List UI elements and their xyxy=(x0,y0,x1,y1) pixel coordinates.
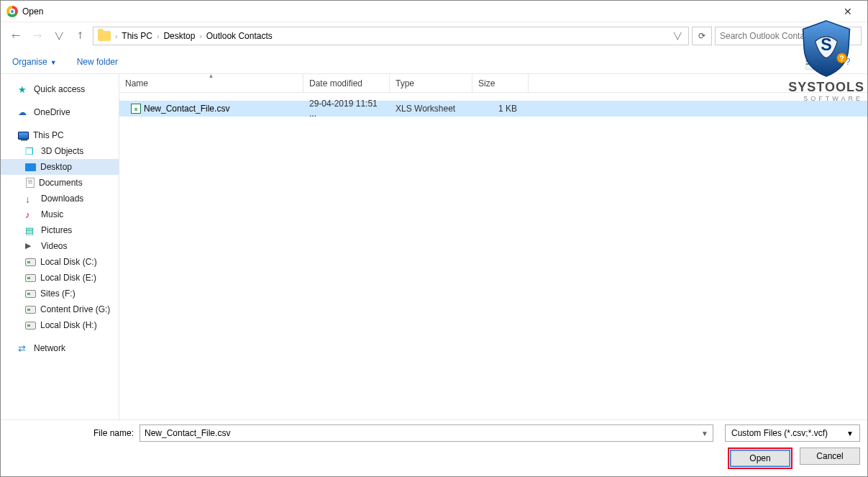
file-name-cell: xNew_Contact_File.csv xyxy=(125,104,303,114)
titlebar: Open ✕ xyxy=(1,1,867,22)
crumb-folder[interactable]: Outlook Contacts xyxy=(206,31,273,41)
music-icon: ♪ xyxy=(25,209,37,219)
documents-icon xyxy=(26,178,35,188)
view-details-button[interactable]: ▼ xyxy=(805,54,821,70)
file-list: ▲Name Date modified Type Size xNew_Conta… xyxy=(119,74,867,445)
file-row[interactable]: xNew_Contact_File.csv 29-04-2019 11:51 .… xyxy=(119,101,867,117)
nav-3dobjects[interactable]: ❒3D Objects xyxy=(1,143,119,159)
open-button[interactable]: Open xyxy=(730,450,790,467)
nav-desktop[interactable]: Desktop xyxy=(1,159,119,175)
close-button[interactable]: ✕ xyxy=(831,1,864,22)
folder-icon xyxy=(98,31,111,41)
disk-icon xyxy=(25,258,36,266)
disk-icon xyxy=(25,322,36,330)
nav-pictures[interactable]: ▤Pictures xyxy=(1,222,119,238)
chevron-down-icon[interactable]: ▼ xyxy=(846,430,854,437)
nav-pane: ★Quick access ☁OneDrive This PC ❒3D Obje… xyxy=(1,74,119,445)
chrome-icon xyxy=(6,6,18,17)
search-input[interactable] xyxy=(720,31,856,41)
open-highlight: Open xyxy=(728,448,792,469)
sort-asc-icon: ▲ xyxy=(209,73,214,79)
up-button[interactable]: 🡑 xyxy=(71,27,90,45)
col-name[interactable]: ▲Name xyxy=(119,74,303,92)
view-buttons: ▼ ? xyxy=(805,54,856,70)
address-dropdown[interactable]: ╲╱ xyxy=(671,32,684,40)
address-bar[interactable]: › This PC › Desktop › Outlook Contacts ╲… xyxy=(93,27,689,45)
col-date[interactable]: Date modified xyxy=(303,74,390,92)
nav-documents[interactable]: Documents xyxy=(1,175,119,191)
help-button[interactable]: ? xyxy=(840,54,856,70)
forward-button[interactable]: 🡒 xyxy=(28,27,47,45)
nav-contentg[interactable]: Content Drive (G:) xyxy=(1,301,119,317)
network-icon: ⇄ xyxy=(18,343,29,353)
svg-rect-1 xyxy=(806,60,810,62)
file-size-cell: 1 KB xyxy=(472,104,523,114)
recent-dropdown[interactable]: ╲╱ xyxy=(50,27,68,45)
file-type-cell: XLS Worksheet xyxy=(390,104,472,114)
nav-row: 🡐 🡒 ╲╱ 🡑 › This PC › Desktop › Outlook C… xyxy=(1,22,867,50)
body: ★Quick access ☁OneDrive This PC ❒3D Obje… xyxy=(1,74,867,445)
cancel-button[interactable]: Cancel xyxy=(800,448,860,465)
cube-icon: ❒ xyxy=(25,146,37,156)
cloud-icon: ☁ xyxy=(18,107,29,117)
bottom-panel: File name: ▼ Custom Files (*.csv;*.vcf) … xyxy=(1,419,867,476)
col-size[interactable]: Size xyxy=(472,74,529,92)
svg-rect-4 xyxy=(812,60,814,62)
column-headers: ▲Name Date modified Type Size xyxy=(119,74,867,93)
organise-menu[interactable]: Organise▼ xyxy=(12,57,57,67)
chevron-right-icon[interactable]: › xyxy=(115,32,117,40)
svg-rect-3 xyxy=(812,58,814,59)
nav-quick-access[interactable]: ★Quick access xyxy=(1,81,119,97)
filename-input[interactable] xyxy=(145,428,701,438)
preview-pane-button[interactable] xyxy=(823,54,839,70)
svg-rect-7 xyxy=(831,58,836,66)
refresh-button[interactable]: ⟳ xyxy=(692,27,712,45)
nav-diskh[interactable]: Local Disk (H:) xyxy=(1,317,119,333)
svg-rect-2 xyxy=(806,63,810,65)
desktop-icon xyxy=(25,163,36,171)
videos-icon: ▶ xyxy=(25,241,37,251)
crumb-thispc[interactable]: This PC xyxy=(122,31,152,41)
svg-rect-5 xyxy=(812,63,814,65)
search-box[interactable] xyxy=(715,27,862,45)
disk-icon xyxy=(25,290,36,298)
filetype-filter[interactable]: Custom Files (*.csv;*.vcf) ▼ xyxy=(725,424,860,442)
new-folder-button[interactable]: New folder xyxy=(77,57,118,67)
nav-videos[interactable]: ▶Videos xyxy=(1,238,119,254)
crumb-desktop[interactable]: Desktop xyxy=(163,31,195,41)
disk-icon xyxy=(25,274,36,282)
nav-diskc[interactable]: Local Disk (C:) xyxy=(1,254,119,270)
nav-music[interactable]: ♪Music xyxy=(1,206,119,222)
download-icon: ↓ xyxy=(25,194,37,204)
file-date-cell: 29-04-2019 11:51 ... xyxy=(303,99,390,119)
disk-icon xyxy=(25,306,36,314)
chevron-down-icon[interactable]: ▼ xyxy=(701,430,708,437)
filename-combobox[interactable]: ▼ xyxy=(140,424,713,442)
chevron-right-icon[interactable]: › xyxy=(199,32,201,40)
nav-network[interactable]: ⇄Network xyxy=(1,340,119,356)
window-title: Open xyxy=(22,6,43,17)
back-button[interactable]: 🡐 xyxy=(6,27,25,45)
nav-downloads[interactable]: ↓Downloads xyxy=(1,191,119,206)
pictures-icon: ▤ xyxy=(25,225,37,235)
toolbar: Organise▼ New folder ▼ ? xyxy=(1,50,867,74)
filename-label: File name: xyxy=(8,428,134,438)
col-type[interactable]: Type xyxy=(390,74,472,92)
svg-rect-0 xyxy=(806,58,810,59)
pc-icon xyxy=(18,132,29,140)
chevron-right-icon[interactable]: › xyxy=(157,32,159,40)
nav-thispc[interactable]: This PC xyxy=(1,127,119,143)
nav-onedrive[interactable]: ☁OneDrive xyxy=(1,104,119,120)
nav-diske[interactable]: Local Disk (E:) xyxy=(1,270,119,286)
excel-icon: x xyxy=(131,104,141,114)
star-icon: ★ xyxy=(18,84,29,94)
nav-sitesf[interactable]: Sites (F:) xyxy=(1,286,119,301)
